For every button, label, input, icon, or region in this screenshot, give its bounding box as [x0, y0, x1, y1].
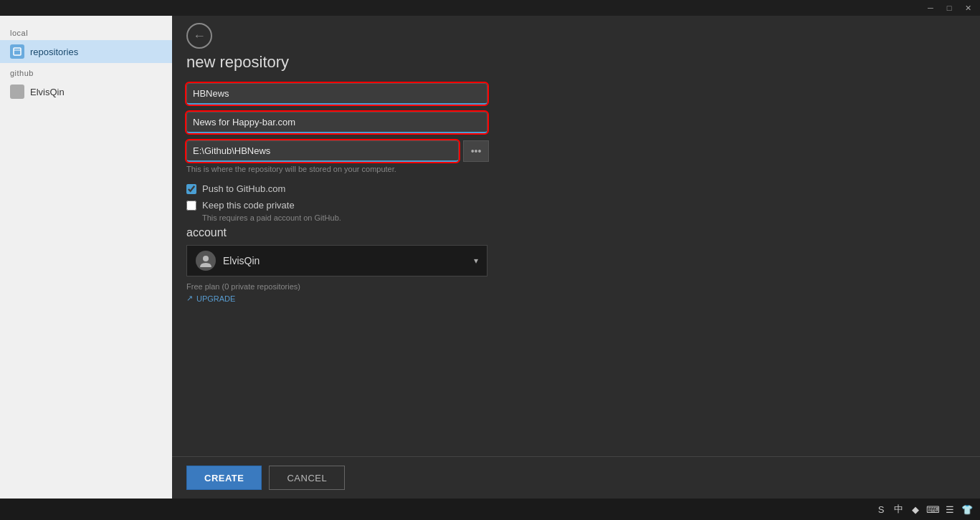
svg-point-3 — [203, 256, 209, 261]
upgrade-label: UPGRADE — [196, 294, 235, 303]
repositories-icon — [10, 44, 24, 59]
svg-rect-0 — [14, 48, 21, 55]
main-content: ← new repository ••• This is where the r… — [172, 16, 980, 499]
sidebar-item-elvisqin[interactable]: ElvisQin — [0, 80, 172, 103]
push-to-github-row: Push to GitHub.com — [186, 183, 966, 194]
account-dropdown[interactable]: ElvisQin ▾ — [186, 245, 487, 276]
taskbar-icon-shirt[interactable]: 👕 — [960, 502, 974, 516]
upgrade-link[interactable]: ↗ UPGRADE — [186, 294, 966, 303]
create-button[interactable]: CREATE — [186, 466, 262, 490]
sidebar-item-repositories[interactable]: repositories — [0, 40, 172, 63]
taskbar: S 中 ◆ ⌨ ☰ 👕 — [0, 499, 980, 520]
account-plan: Free plan (0 private repositories) — [186, 282, 966, 291]
push-to-github-label[interactable]: Push to GitHub.com — [202, 183, 285, 194]
elvisqin-avatar — [10, 85, 24, 99]
repositories-label: repositories — [30, 47, 78, 57]
back-area: ← — [172, 16, 980, 49]
taskbar-icon-diamond[interactable]: ◆ — [908, 502, 923, 516]
taskbar-icon-zh[interactable]: 中 — [891, 502, 905, 516]
browse-button[interactable]: ••• — [463, 140, 489, 162]
upgrade-icon: ↗ — [186, 294, 193, 303]
description-input[interactable] — [186, 112, 487, 133]
keep-private-row: Keep this code private — [186, 200, 966, 211]
path-row: ••• — [186, 140, 966, 162]
minimize-button[interactable]: ─ — [921, 1, 940, 15]
sidebar-section-local: local — [0, 23, 172, 40]
close-button[interactable]: ✕ — [958, 1, 977, 15]
account-name: ElvisQin — [223, 255, 474, 266]
titlebar: ─ □ ✕ — [0, 0, 980, 16]
name-input[interactable] — [186, 83, 487, 105]
elvisqin-label: ElvisQin — [30, 87, 65, 97]
form-area: new repository ••• This is where the rep… — [172, 49, 980, 456]
description-group — [186, 112, 966, 133]
taskbar-icon-keyboard[interactable]: ⌨ — [926, 502, 940, 516]
keep-private-hint: This requires a paid account on GitHub. — [202, 213, 966, 222]
form-title: new repository — [186, 53, 966, 72]
svg-point-2 — [15, 88, 19, 92]
back-button[interactable]: ← — [186, 23, 212, 49]
sidebar: local repositories github ElvisQin — [0, 16, 172, 499]
account-section-label: account — [186, 226, 966, 239]
taskbar-icon-menu[interactable]: ☰ — [943, 502, 957, 516]
dropdown-arrow-icon: ▾ — [474, 256, 478, 266]
name-group — [186, 83, 966, 105]
maximize-button[interactable]: □ — [940, 1, 958, 15]
sidebar-section-github: github — [0, 63, 172, 80]
path-hint: This is where the repository will be sto… — [186, 165, 966, 173]
keep-private-label[interactable]: Keep this code private — [202, 200, 295, 211]
push-to-github-checkbox[interactable] — [186, 184, 196, 194]
path-input[interactable] — [186, 140, 459, 162]
app-body: local repositories github ElvisQin — [0, 16, 980, 499]
taskbar-icon-s[interactable]: S — [874, 502, 888, 516]
account-avatar — [196, 251, 216, 271]
cancel-button[interactable]: CANCEL — [269, 466, 345, 490]
keep-private-checkbox[interactable] — [186, 201, 196, 211]
bottom-bar: CREATE CANCEL — [172, 456, 980, 499]
